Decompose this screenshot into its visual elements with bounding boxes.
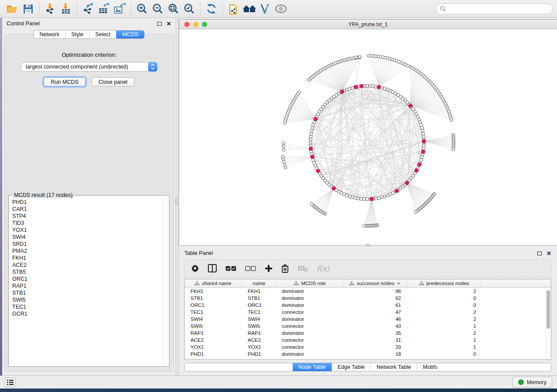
delete-table-button[interactable] — [298, 265, 308, 272]
add-column-button[interactable] — [265, 265, 273, 272]
graph-node[interactable] — [452, 148, 455, 151]
zoom-selected-button[interactable] — [181, 1, 197, 16]
graph-node[interactable] — [310, 132, 313, 135]
column-header-shared-name[interactable]: shared name — [185, 279, 242, 287]
refresh-layout-button[interactable] — [204, 1, 219, 16]
search-input[interactable] — [449, 6, 548, 12]
tab-style[interactable]: Style — [65, 31, 89, 38]
graph-dominator-node[interactable] — [370, 197, 374, 201]
zoom-out-button[interactable] — [150, 1, 166, 16]
graph-dominator-node[interactable] — [421, 150, 425, 153]
graph-node[interactable] — [414, 210, 417, 213]
graph-node[interactable] — [310, 203, 313, 206]
column-header-mcds-role[interactable]: MCDS role — [277, 279, 343, 287]
deselect-all-button[interactable] — [245, 266, 256, 271]
graph-node[interactable] — [358, 55, 361, 58]
select-all-button[interactable] — [225, 266, 236, 271]
graph-node[interactable] — [283, 163, 286, 166]
graph-node[interactable] — [351, 86, 354, 89]
graph-node[interactable] — [282, 158, 285, 161]
graph-node[interactable] — [357, 197, 360, 200]
export-table-button[interactable] — [96, 1, 112, 16]
network-graph[interactable] — [179, 29, 557, 245]
split-columns-button[interactable] — [208, 264, 217, 272]
hide-panels-button[interactable] — [257, 1, 273, 16]
close-panel-button[interactable]: Close panel — [92, 77, 135, 86]
table-row[interactable]: RAP1RAP1dominator352 — [185, 330, 551, 337]
graph-node[interactable] — [366, 198, 369, 201]
graph-node[interactable] — [363, 198, 366, 201]
table-row[interactable]: SWI5SWI5connector431 — [185, 323, 551, 330]
graph-node[interactable] — [310, 129, 313, 132]
graph-dominator-node[interactable] — [408, 104, 412, 107]
network-view-titlebar[interactable]: YPA_prune.txt_1 — [179, 20, 557, 29]
graph-node[interactable] — [282, 145, 285, 148]
graph-node[interactable] — [282, 142, 285, 145]
graph-node[interactable] — [309, 144, 312, 147]
horizontal-splitter-handle[interactable] — [365, 244, 370, 247]
graph-dominator-node[interactable] — [377, 85, 381, 89]
open-file-button[interactable] — [4, 1, 20, 16]
close-panel-icon[interactable]: ✕ — [166, 21, 171, 27]
maximize-window-icon[interactable] — [202, 22, 207, 27]
graph-node[interactable] — [420, 126, 423, 129]
export-network-button[interactable] — [80, 1, 96, 16]
graph-node[interactable] — [381, 196, 384, 199]
close-window-icon[interactable] — [184, 22, 190, 27]
import-network-button[interactable] — [42, 1, 58, 16]
tab-network[interactable]: Network — [34, 31, 65, 38]
duplicate-network-button[interactable] — [226, 1, 242, 16]
table-row[interactable]: ACE2ACE2connector311 — [185, 337, 551, 344]
tab-node-table[interactable]: Node Table — [293, 363, 332, 371]
delete-column-button[interactable] — [281, 264, 289, 273]
float-panel-icon[interactable] — [157, 22, 162, 26]
tab-edge-table[interactable]: Edge Table — [332, 363, 370, 371]
graph-node[interactable] — [309, 135, 312, 138]
graph-node[interactable] — [422, 147, 425, 150]
memory-button[interactable]: Memory — [512, 377, 552, 388]
zoom-fit-button[interactable] — [166, 1, 181, 16]
graph-node[interactable] — [363, 224, 366, 227]
graph-dominator-node[interactable] — [354, 85, 358, 89]
graph-node[interactable] — [283, 161, 286, 164]
graph-node[interactable] — [282, 148, 285, 151]
table-row[interactable]: ORC1ORC1dominator610 — [185, 302, 551, 309]
column-header-successor-nodes[interactable]: successor nodes — [343, 279, 407, 287]
mcds-result-list[interactable]: PHD1 CAR1 STP4 TID3 YOX1 SWI4 SRD1 PMA2 … — [9, 196, 163, 366]
graph-node[interactable] — [374, 197, 377, 200]
column-header-predecessor-nodes[interactable]: predecessor nodes — [407, 279, 481, 287]
task-history-button[interactable] — [5, 378, 16, 387]
save-session-button[interactable] — [20, 1, 36, 16]
graph-node[interactable] — [421, 129, 424, 132]
table-scrollbar-thumb[interactable] — [547, 290, 550, 329]
export-image-button[interactable] — [112, 1, 128, 16]
criterion-dropdown[interactable]: largest connected component (undirected) — [21, 62, 157, 72]
graph-node[interactable] — [369, 84, 372, 87]
graph-node[interactable] — [309, 141, 312, 144]
graph-node[interactable] — [422, 144, 426, 147]
table-row[interactable]: PHD1PHD1dominator180 — [185, 351, 551, 358]
tab-mcds[interactable]: MCDS — [116, 31, 144, 38]
import-table-button[interactable] — [58, 1, 74, 16]
float-panel-icon[interactable] — [537, 251, 542, 255]
table-row[interactable]: FKH1FKH1dominator962 — [185, 288, 551, 295]
tab-motifs[interactable]: Motifs — [417, 363, 443, 371]
graph-dominator-node[interactable] — [360, 84, 363, 88]
mcds-list-scrollbar[interactable] — [163, 196, 169, 366]
zoom-in-button[interactable] — [134, 1, 150, 16]
graph-dominator-node[interactable] — [309, 147, 312, 151]
function-builder-button[interactable]: f(x) — [317, 264, 329, 273]
tab-select[interactable]: Select — [89, 31, 116, 38]
graph-node[interactable] — [406, 65, 409, 68]
network-home-button[interactable] — [242, 1, 257, 16]
graph-node[interactable] — [366, 84, 369, 87]
minimize-window-icon[interactable] — [193, 22, 198, 27]
graph-dominator-node[interactable] — [316, 169, 320, 172]
graph-dominator-node[interactable] — [418, 163, 421, 166]
graph-node[interactable] — [450, 118, 453, 121]
graph-dominator-node[interactable] — [422, 139, 426, 143]
table-row[interactable]: TEC1TEC1connector472 — [185, 309, 551, 316]
graph-node[interactable] — [354, 196, 357, 199]
tab-network-table[interactable]: Network Table — [370, 363, 417, 371]
graph-dominator-node[interactable] — [340, 90, 344, 93]
